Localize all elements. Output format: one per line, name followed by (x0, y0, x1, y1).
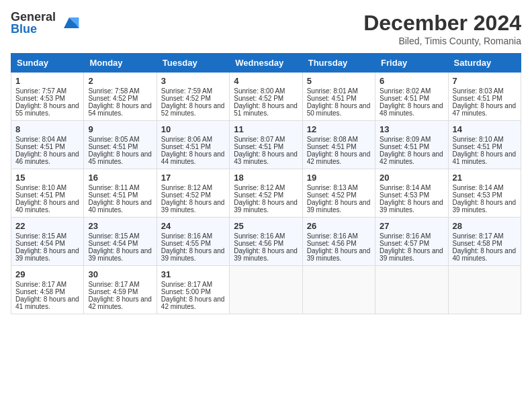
sunrise-label: Sunrise: 8:14 AM (453, 184, 504, 191)
calendar-cell: 8 Sunrise: 8:04 AM Sunset: 4:51 PM Dayli… (11, 121, 84, 169)
daylight-label: Daylight: 8 hours and 44 minutes. (161, 150, 225, 165)
day-number: 5 (307, 76, 371, 86)
day-number: 29 (15, 269, 79, 279)
calendar-cell: 9 Sunrise: 8:05 AM Sunset: 4:51 PM Dayli… (84, 121, 157, 169)
daylight-label: Daylight: 8 hours and 39 minutes. (161, 247, 225, 262)
daylight-label: Daylight: 8 hours and 48 minutes. (380, 102, 443, 117)
sunset-label: Sunset: 4:51 PM (307, 143, 357, 150)
sunset-label: Sunset: 4:58 PM (15, 288, 65, 295)
day-number: 30 (88, 269, 152, 279)
sunrise-label: Sunrise: 8:17 AM (15, 281, 66, 288)
sunrise-label: Sunrise: 8:17 AM (88, 281, 139, 288)
sunset-label: Sunset: 4:52 PM (234, 95, 283, 102)
sunrise-label: Sunrise: 7:57 AM (15, 87, 66, 95)
day-number: 13 (380, 124, 443, 134)
sunset-label: Sunset: 4:54 PM (88, 240, 138, 247)
calendar-cell: 11 Sunrise: 8:07 AM Sunset: 4:51 PM Dayl… (230, 121, 302, 169)
calendar-cell (448, 266, 521, 314)
logo-general: General (11, 11, 56, 23)
sunset-label: Sunset: 4:52 PM (161, 95, 211, 102)
day-number: 10 (161, 124, 225, 134)
calendar-cell: 3 Sunrise: 7:59 AM Sunset: 4:52 PM Dayli… (157, 73, 229, 121)
day-number: 11 (234, 124, 298, 134)
daylight-label: Daylight: 8 hours and 39 minutes. (88, 247, 152, 262)
sunset-label: Sunset: 4:51 PM (88, 143, 138, 150)
calendar-cell: 13 Sunrise: 8:09 AM Sunset: 4:51 PM Dayl… (375, 121, 448, 169)
calendar-cell (230, 266, 302, 314)
daylight-label: Daylight: 8 hours and 42 minutes. (88, 295, 152, 310)
sunset-label: Sunset: 4:54 PM (15, 240, 65, 247)
calendar-cell: 6 Sunrise: 8:02 AM Sunset: 4:51 PM Dayli… (375, 73, 448, 121)
sunset-label: Sunset: 4:58 PM (453, 240, 502, 247)
daylight-label: Daylight: 8 hours and 55 minutes. (15, 102, 79, 117)
day-number: 23 (88, 221, 152, 231)
daylight-label: Daylight: 8 hours and 51 minutes. (234, 102, 298, 117)
sunset-label: Sunset: 4:55 PM (161, 240, 211, 247)
day-header-wednesday: Wednesday (230, 54, 302, 73)
sunset-label: Sunset: 4:52 PM (88, 95, 138, 102)
sunrise-label: Sunrise: 8:06 AM (161, 136, 212, 143)
daylight-label: Daylight: 8 hours and 39 minutes. (161, 199, 225, 214)
day-number: 21 (453, 173, 517, 183)
day-number: 2 (88, 76, 152, 86)
calendar-cell: 15 Sunrise: 8:10 AM Sunset: 4:51 PM Dayl… (11, 169, 84, 218)
sunset-label: Sunset: 4:51 PM (307, 95, 357, 102)
calendar-week-row: 22 Sunrise: 8:15 AM Sunset: 4:54 PM Dayl… (11, 218, 521, 266)
sunrise-label: Sunrise: 8:17 AM (453, 232, 504, 240)
day-header-monday: Monday (84, 54, 157, 73)
daylight-label: Daylight: 8 hours and 39 minutes. (307, 199, 371, 214)
daylight-label: Daylight: 8 hours and 45 minutes. (88, 150, 152, 165)
day-number: 19 (307, 173, 371, 183)
sunrise-label: Sunrise: 8:16 AM (234, 232, 285, 240)
sunset-label: Sunset: 5:00 PM (161, 288, 211, 295)
calendar-cell: 24 Sunrise: 8:16 AM Sunset: 4:55 PM Dayl… (157, 218, 229, 266)
sunset-label: Sunset: 4:51 PM (15, 191, 65, 199)
sunset-label: Sunset: 4:51 PM (453, 95, 502, 102)
day-number: 12 (307, 124, 371, 134)
sunrise-label: Sunrise: 8:11 AM (88, 184, 139, 191)
sunset-label: Sunset: 4:51 PM (380, 95, 429, 102)
sunrise-label: Sunrise: 7:59 AM (161, 87, 212, 95)
day-number: 20 (380, 173, 443, 183)
logo: General Blue (11, 11, 80, 35)
sunset-label: Sunset: 4:51 PM (234, 143, 283, 150)
sunrise-label: Sunrise: 8:15 AM (15, 232, 66, 240)
sunset-label: Sunset: 4:53 PM (453, 191, 502, 199)
day-number: 8 (15, 124, 79, 134)
sunrise-label: Sunrise: 8:15 AM (88, 232, 139, 240)
sunrise-label: Sunrise: 8:16 AM (380, 232, 431, 240)
day-number: 3 (161, 76, 225, 86)
day-number: 27 (380, 221, 443, 231)
sunset-label: Sunset: 4:59 PM (88, 288, 138, 295)
daylight-label: Daylight: 8 hours and 42 minutes. (380, 150, 443, 165)
calendar-cell: 27 Sunrise: 8:16 AM Sunset: 4:57 PM Dayl… (375, 218, 448, 266)
sunset-label: Sunset: 4:53 PM (15, 95, 65, 102)
day-number: 24 (161, 221, 225, 231)
calendar-cell: 16 Sunrise: 8:11 AM Sunset: 4:51 PM Dayl… (84, 169, 157, 218)
sunrise-label: Sunrise: 8:02 AM (380, 87, 431, 95)
calendar-week-row: 1 Sunrise: 7:57 AM Sunset: 4:53 PM Dayli… (11, 73, 521, 121)
calendar-cell: 23 Sunrise: 8:15 AM Sunset: 4:54 PM Dayl… (84, 218, 157, 266)
logo-icon (58, 12, 80, 34)
sunrise-label: Sunrise: 8:12 AM (234, 184, 285, 191)
daylight-label: Daylight: 8 hours and 43 minutes. (234, 150, 298, 165)
day-header-thursday: Thursday (302, 54, 375, 73)
sunrise-label: Sunrise: 8:00 AM (234, 87, 285, 95)
calendar-cell: 14 Sunrise: 8:10 AM Sunset: 4:51 PM Dayl… (448, 121, 521, 169)
calendar-cell: 10 Sunrise: 8:06 AM Sunset: 4:51 PM Dayl… (157, 121, 229, 169)
day-number: 16 (88, 173, 152, 183)
daylight-label: Daylight: 8 hours and 39 minutes. (307, 247, 371, 262)
day-number: 22 (15, 221, 79, 231)
day-number: 18 (234, 173, 298, 183)
daylight-label: Daylight: 8 hours and 39 minutes. (380, 247, 443, 262)
day-number: 15 (15, 173, 79, 183)
daylight-label: Daylight: 8 hours and 41 minutes. (15, 295, 79, 310)
calendar-cell: 26 Sunrise: 8:16 AM Sunset: 4:56 PM Dayl… (302, 218, 375, 266)
sunrise-label: Sunrise: 8:07 AM (234, 136, 285, 143)
sunset-label: Sunset: 4:56 PM (307, 240, 357, 247)
calendar-cell: 5 Sunrise: 8:01 AM Sunset: 4:51 PM Dayli… (302, 73, 375, 121)
calendar-cell (375, 266, 448, 314)
location: Biled, Timis County, Romania (363, 36, 521, 46)
daylight-label: Daylight: 8 hours and 46 minutes. (15, 150, 79, 165)
day-number: 26 (307, 221, 371, 231)
